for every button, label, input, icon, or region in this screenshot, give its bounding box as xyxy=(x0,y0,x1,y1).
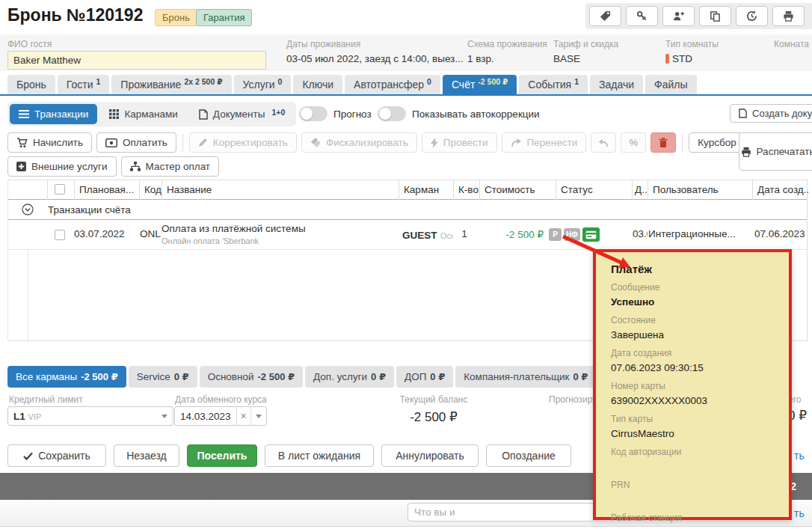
history-button[interactable] xyxy=(736,6,768,26)
stay-dates-value: 03-05 июл 2022, заезд с 14:00, выез... xyxy=(286,53,463,64)
tab-events[interactable]: События1 xyxy=(519,75,588,94)
print-button[interactable] xyxy=(772,6,805,26)
col-status[interactable]: Статус xyxy=(556,180,632,200)
tooltip-message-label: Сообщение xyxy=(611,282,774,293)
external-services-button[interactable]: Внешние услуги xyxy=(7,156,117,177)
row-user: Интеграционные... xyxy=(648,228,751,239)
col-expand xyxy=(8,180,47,200)
late-button[interactable]: Опоздание xyxy=(486,444,571,467)
pocket-tab-dop[interactable]: ДОП0 ₽ xyxy=(396,366,453,388)
row-name: Оплата из платёжной системы xyxy=(162,223,397,234)
copy-icon xyxy=(710,10,721,22)
payment-master-button[interactable]: Мастер оплат xyxy=(121,156,220,177)
exchange-date-picker[interactable]: 14.03.2023 × xyxy=(174,406,267,426)
tab-stay[interactable]: Проживание2х 2 500 ₽ xyxy=(111,75,231,94)
pocket-tab-main[interactable]: Основной-2 500 ₽ xyxy=(200,366,303,388)
tab-account[interactable]: Счёт-2 500 ₽ xyxy=(443,75,517,94)
view-transactions[interactable]: Транзакции xyxy=(10,104,97,124)
view-pockets[interactable]: Карманами xyxy=(100,104,186,124)
row-code: ONLI xyxy=(140,228,162,239)
col-user[interactable]: Пользователь xyxy=(648,180,752,200)
check-icon xyxy=(23,452,33,460)
transaction-row[interactable]: 03.07.2022 ONLI Оплата из платёжной сист… xyxy=(8,220,807,250)
pencil-icon xyxy=(198,138,208,147)
row-name-sub: Онлайн оплата 'Sberbank xyxy=(162,236,397,245)
collapse-icon[interactable] xyxy=(22,204,34,215)
forecast-balance-label: Прогнозируе xyxy=(549,394,594,405)
clear-icon[interactable]: × xyxy=(236,407,250,425)
tooltip-card-type-value: CirrusMaestro xyxy=(611,428,774,440)
tab-guests[interactable]: Гости1 xyxy=(58,75,110,94)
col-cost[interactable]: Стоимость xyxy=(479,180,556,200)
column-divider xyxy=(28,250,28,340)
tab-tasks[interactable]: Задачи xyxy=(590,75,643,94)
cancel-button[interactable]: Аннулировать xyxy=(381,444,479,467)
pocket-tab-payer-company[interactable]: Компания-плательщик0 ₽ xyxy=(455,366,596,388)
credit-limit-select[interactable]: L1 VIP xyxy=(7,406,173,426)
pocket-tab-extra-services[interactable]: Доп. услуги0 ₽ xyxy=(305,366,394,388)
right-link-bottom[interactable]: ть xyxy=(794,507,805,519)
tooltip-card-type-label: Тип карты xyxy=(611,414,774,424)
tag-button[interactable] xyxy=(589,6,621,26)
key-button[interactable] xyxy=(626,6,658,26)
col-created[interactable]: Дата созд.. xyxy=(752,180,808,200)
post-button[interactable]: Провести xyxy=(422,132,497,153)
exchange-date-label: Дата обменного курса xyxy=(175,394,267,405)
tab-booking[interactable]: Бронь xyxy=(7,75,55,94)
col-planned-date[interactable]: Плановая... xyxy=(74,180,139,200)
bolt-icon xyxy=(431,138,438,148)
check-in-button[interactable]: Поселить xyxy=(187,444,257,467)
caret-down-icon xyxy=(162,415,167,418)
row-checkbox[interactable] xyxy=(55,230,65,240)
pay-button[interactable]: Оплатить xyxy=(96,132,176,153)
tab-files[interactable]: Файлы xyxy=(645,75,696,94)
add-guest-button[interactable] xyxy=(662,6,695,26)
col-code[interactable]: Код xyxy=(139,180,162,200)
copy-button[interactable] xyxy=(699,6,731,26)
print-transactions-button[interactable]: Распечатать xyxy=(739,132,812,171)
fiscalize-button[interactable]: Фискализировать xyxy=(301,132,417,153)
col-d[interactable]: Д.. xyxy=(632,180,648,200)
view-documents[interactable]: Документы1+0 xyxy=(190,104,294,124)
tooltip-created-label: Дата создания xyxy=(611,348,774,358)
sitemap-icon xyxy=(130,162,141,171)
plus-square-icon xyxy=(16,162,26,171)
tab-services[interactable]: Услуги0 xyxy=(234,75,292,94)
current-balance-label: Текущий баланс xyxy=(359,394,508,405)
transfer-button[interactable]: Перенести xyxy=(502,132,587,153)
view-switcher: Транзакции Карманами Документы1+0 xyxy=(7,102,296,126)
caret-down-icon[interactable] xyxy=(250,407,266,425)
group-row-account-transactions[interactable]: Транзакции счёта xyxy=(8,199,807,220)
charge-button[interactable]: Начислить xyxy=(7,132,92,153)
select-all-checkbox[interactable] xyxy=(55,184,65,195)
pocket-tab-service[interactable]: Service0 ₽ xyxy=(129,366,197,388)
col-name[interactable]: Название xyxy=(162,180,399,200)
main-tabs: Бронь Гости1 Проживание2х 2 500 ₽ Услуги… xyxy=(0,75,812,96)
tab-keys[interactable]: Ключи xyxy=(293,75,342,94)
col-qty[interactable]: К-во xyxy=(453,180,479,200)
tooltip-prn-label: PRN xyxy=(611,480,774,490)
pocket-tab-all[interactable]: Все карманы-2 500 ₽ xyxy=(7,366,126,388)
undo-button[interactable] xyxy=(591,132,616,153)
row-cost: -2 500 ₽ xyxy=(479,228,544,240)
transactions-toolbar-row2: Внешние услуги Мастер оплат xyxy=(7,156,219,177)
delete-button[interactable] xyxy=(650,132,676,153)
search-input[interactable] xyxy=(407,503,594,522)
col-pocket[interactable]: Карман xyxy=(399,180,453,200)
percent-button[interactable]: % xyxy=(621,132,646,153)
tooltip-created-value: 07.06.2023 09:30:15 xyxy=(611,362,774,374)
kursbor-button[interactable]: Курсбор xyxy=(689,132,745,153)
correct-button[interactable]: Корректировать xyxy=(189,132,297,153)
create-document-button[interactable]: Создать документ... xyxy=(730,104,812,123)
tag-icon xyxy=(600,10,611,22)
waitlist-button[interactable]: В лист ожидания xyxy=(265,444,374,467)
right-link-top[interactable]: ть xyxy=(794,450,805,462)
no-show-button[interactable]: Незаезд xyxy=(114,444,179,467)
save-button[interactable]: Сохранить xyxy=(7,444,106,467)
guest-name-input[interactable] xyxy=(7,51,266,70)
autocorrections-toggle[interactable] xyxy=(378,106,406,121)
forecast-toggle[interactable] xyxy=(299,106,327,121)
tab-transfer[interactable]: Автотрансфер0 xyxy=(345,75,440,94)
tooltip-auth-code-label: Код авторизации xyxy=(611,447,774,457)
key-icon xyxy=(636,10,648,22)
